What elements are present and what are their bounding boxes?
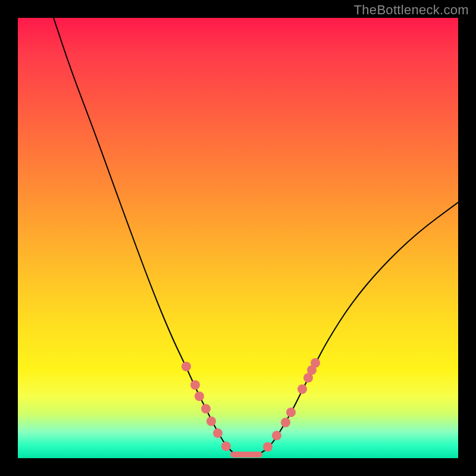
plot-area (18, 18, 458, 458)
marker-dot (281, 418, 290, 427)
marker-dot (221, 441, 231, 451)
marker-dot (286, 408, 296, 417)
marker-dot (263, 442, 273, 452)
marker-dot (213, 428, 223, 438)
marker-dot (272, 431, 281, 440)
marker-dot (181, 362, 191, 371)
marker-dot (201, 404, 211, 414)
marker-dot (206, 416, 216, 426)
marker-dot (195, 392, 204, 401)
bottleneck-curve (54, 18, 458, 455)
watermark-text: TheBottleneck.com (354, 2, 469, 18)
marker-dot (298, 384, 307, 394)
chart-frame: TheBottleneck.com (0, 0, 476, 476)
marker-dot (190, 380, 200, 390)
curve-svg (18, 18, 458, 458)
marker-dots (181, 358, 320, 452)
marker-dot (311, 358, 320, 368)
